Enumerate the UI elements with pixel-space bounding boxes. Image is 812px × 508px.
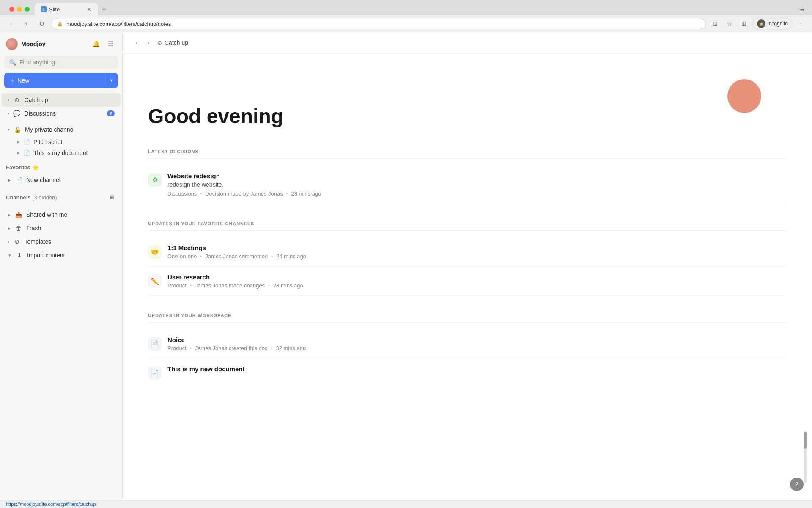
sidebar-item-trash[interactable]: ▶ 🗑 Trash bbox=[2, 221, 121, 235]
noice-sep-1: • bbox=[189, 345, 192, 351]
browser-tab[interactable]: S Slite ✕ bbox=[35, 3, 98, 15]
noice-title[interactable]: Noice bbox=[167, 336, 787, 343]
noice-activity: James Jonas created this doc bbox=[195, 345, 268, 351]
browser-actions: ⊡ ☆ ⊞ 🕵 Incognito ⋮ bbox=[709, 18, 807, 30]
profile-icon[interactable]: ⊞ bbox=[738, 18, 750, 30]
incognito-label: Incognito bbox=[767, 21, 788, 27]
research-title[interactable]: User research bbox=[167, 273, 787, 281]
tab-close-btn[interactable]: ✕ bbox=[85, 6, 92, 13]
status-url: https://moodjoy.slite.com/app/filters/ca… bbox=[6, 502, 96, 507]
sidebar-item-private-channel[interactable]: ▾ 🔒 My private channel bbox=[2, 123, 121, 136]
noice-content: Noice Product • James Jonas created this… bbox=[167, 336, 787, 351]
new-tab-btn[interactable]: + bbox=[98, 3, 110, 15]
favorite-channels-title: UPDATES IN YOUR FAVORITE CHANNELS bbox=[148, 221, 787, 231]
cast-icon[interactable]: ⊡ bbox=[709, 18, 721, 30]
channels-action-btn[interactable]: ⊞ bbox=[107, 193, 116, 202]
templates-icon: ⊙ bbox=[13, 237, 21, 246]
research-sep-1: • bbox=[189, 282, 192, 289]
header-forward-btn[interactable]: › bbox=[143, 37, 154, 48]
discussions-label: Discussions bbox=[25, 110, 104, 117]
scrollbar-track bbox=[804, 432, 807, 483]
help-button[interactable]: ? bbox=[790, 478, 804, 491]
decision-content: Website redesign redesign the website. D… bbox=[167, 172, 787, 197]
address-url: moodjoy.slite.com/app/filters/catchup/no… bbox=[66, 21, 700, 27]
scrollbar[interactable] bbox=[803, 432, 808, 483]
new-btn-main[interactable]: + New bbox=[4, 73, 105, 88]
workspace-avatar bbox=[6, 38, 18, 50]
decision-meta: Discussions • Decision made by James Jon… bbox=[167, 190, 787, 197]
favorites-section: Favorites ⭐ bbox=[0, 158, 122, 173]
app-layout: Moodjoy 🔔 ☰ 🔍 Find anything + New ▾ • ⊙ … bbox=[0, 32, 812, 500]
update-card-noice: 📄 Noice Product • James Jonas created th… bbox=[148, 329, 787, 359]
tab-title: Slite bbox=[49, 6, 60, 13]
breadcrumb-icon: ⊙ bbox=[157, 40, 162, 46]
minimize-window-btn[interactable] bbox=[17, 7, 22, 12]
templates-label: Templates bbox=[25, 238, 115, 245]
new-button[interactable]: + New ▾ bbox=[4, 73, 118, 88]
refresh-btn[interactable]: ↻ bbox=[36, 18, 47, 30]
status-bar: https://moodjoy.slite.com/app/filters/ca… bbox=[0, 500, 812, 508]
sidebar-item-catchup[interactable]: • ⊙ Catch up bbox=[2, 93, 121, 107]
header-back-btn[interactable]: ‹ bbox=[131, 37, 142, 48]
sidebar-menu-btn[interactable]: ☰ bbox=[104, 38, 116, 50]
main-header: ‹ › ⊙ Catch up bbox=[123, 32, 812, 54]
research-content: User research Product • James Jonas made… bbox=[167, 273, 787, 289]
decision-channel: Discussions bbox=[167, 190, 197, 197]
sidebar-item-discussions[interactable]: • 💬 Discussions 2 bbox=[2, 107, 121, 120]
search-bar[interactable]: 🔍 Find anything bbox=[4, 56, 118, 69]
greeting-heading: Good evening bbox=[148, 105, 787, 128]
forward-btn[interactable]: › bbox=[20, 18, 32, 30]
import-chevron: ▼ bbox=[8, 253, 12, 258]
catchup-label: Catch up bbox=[25, 97, 115, 103]
my-document-icon: 📄 bbox=[23, 149, 30, 156]
sidebar-item-my-document[interactable]: ▶ 📄 This is my document bbox=[2, 147, 121, 158]
meetings-channel: One-on-one bbox=[167, 253, 197, 260]
header-navigation: ‹ › bbox=[131, 37, 154, 48]
noice-channel: Product bbox=[167, 345, 187, 351]
sidebar-item-pitch-script[interactable]: ▶ 📄 Pitch script bbox=[2, 136, 121, 147]
browser-menu-btn[interactable]: ≡ bbox=[796, 5, 808, 14]
hero-decoration bbox=[727, 79, 761, 113]
pitch-script-icon: 📄 bbox=[23, 138, 30, 145]
notifications-btn[interactable]: 🔔 bbox=[90, 38, 102, 50]
main-content: Good evening LATEST DECISIONS ♻ Website … bbox=[123, 54, 812, 500]
meta-sep-2: • bbox=[286, 190, 288, 197]
sidebar-header-actions: 🔔 ☰ bbox=[90, 38, 116, 50]
decision-title[interactable]: Website redesign bbox=[167, 172, 787, 179]
research-activity: James Jonas made changes bbox=[195, 282, 265, 289]
star-icon: ⭐ bbox=[32, 164, 39, 171]
maximize-window-btn[interactable] bbox=[25, 7, 30, 12]
breadcrumb: ⊙ Catch up bbox=[157, 39, 188, 46]
decision-description: redesign the website. bbox=[167, 181, 787, 188]
browser-more-btn[interactable]: ⋮ bbox=[795, 18, 807, 30]
sidebar-item-shared[interactable]: ▶ 📤 Shared with me bbox=[2, 208, 121, 221]
new-document-title[interactable]: This is my new document bbox=[167, 365, 787, 373]
meetings-title[interactable]: 1:1 Meetings bbox=[167, 244, 787, 251]
browser-chrome: S Slite ✕ + ≡ ‹ › ↻ 🔒 moodjoy.slite.com/… bbox=[0, 0, 812, 32]
discussions-icon: 💬 bbox=[13, 109, 21, 118]
bookmark-icon[interactable]: ☆ bbox=[724, 18, 735, 30]
channels-section: Channels (3 hidden) ⊞ bbox=[0, 187, 122, 204]
main-content-area: ‹ › ⊙ Catch up Good evening LATEST DECIS… bbox=[123, 32, 812, 500]
search-placeholder: Find anything bbox=[19, 59, 55, 66]
new-btn-dropdown[interactable]: ▾ bbox=[105, 74, 118, 87]
research-channel: Product bbox=[167, 282, 187, 289]
address-bar[interactable]: 🔒 moodjoy.slite.com/app/filters/catchup/… bbox=[51, 19, 706, 29]
sidebar-item-new-channel[interactable]: ▶ 📄 New channel bbox=[2, 173, 121, 187]
discussions-badge: 2 bbox=[107, 110, 115, 116]
sidebar-item-templates[interactable]: • ⊙ Templates bbox=[2, 235, 121, 248]
import-icon: ⬇ bbox=[15, 251, 24, 260]
favorites-label: Favorites bbox=[6, 164, 30, 171]
plus-icon: + bbox=[10, 77, 14, 84]
private-channel-group: ▾ 🔒 My private channel ▶ 📄 Pitch script … bbox=[0, 123, 122, 158]
back-btn[interactable]: ‹ bbox=[5, 18, 17, 30]
sidebar-item-import[interactable]: ▼ ⬇ Import content bbox=[2, 248, 121, 262]
meetings-meta: One-on-one • James Jonas commented • 24 … bbox=[167, 253, 787, 260]
my-document-label: This is my document bbox=[33, 149, 88, 156]
scrollbar-thumb[interactable] bbox=[804, 432, 807, 449]
incognito-badge[interactable]: 🕵 Incognito bbox=[752, 18, 793, 30]
pitch-script-chevron: ▶ bbox=[17, 140, 20, 144]
decision-card-website: ♻ Website redesign redesign the website.… bbox=[148, 166, 787, 204]
breadcrumb-label: Catch up bbox=[165, 39, 188, 46]
close-window-btn[interactable] bbox=[9, 7, 14, 12]
